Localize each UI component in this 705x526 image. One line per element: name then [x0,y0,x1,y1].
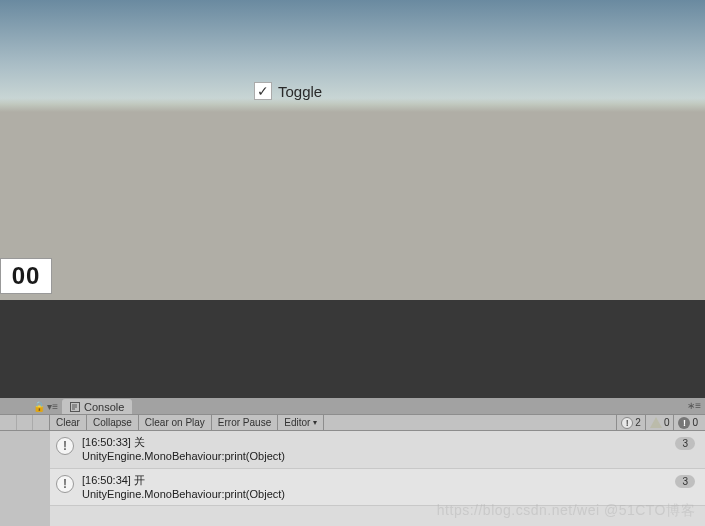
info-icon: ! [56,437,74,455]
tab-label: Console [84,401,124,413]
warning-icon [650,417,662,428]
mini-button-2[interactable] [17,415,34,430]
log-line-1: [16:50:33] 关 [82,435,285,449]
mini-button-1[interactable] [0,415,17,430]
clear-button[interactable]: Clear [50,415,87,430]
tab-console[interactable]: Console [62,399,132,414]
error-count[interactable]: ! 0 [673,415,702,430]
console-toolbar: Clear Collapse Clear on Play Error Pause… [0,414,705,431]
toolbar-counts: ! 2 0 ! 0 [616,415,702,430]
panel-menu-icon[interactable]: ∗≡ [687,400,701,411]
toggle-checkbox[interactable]: ✓ [254,82,272,100]
warn-count-value: 0 [664,417,670,428]
log-entry[interactable]: ! [16:50:34] 开 UnityEngine.MonoBehaviour… [50,469,705,507]
log-entry[interactable]: ! [16:50:33] 关 UnityEngine.MonoBehaviour… [50,431,705,469]
game-view: ✓ Toggle 00 [0,0,705,300]
log-text: [16:50:33] 关 UnityEngine.MonoBehaviour:p… [82,435,285,464]
menu-icon[interactable]: ▾≡ [47,401,58,412]
editor-dropdown[interactable]: Editor [278,415,324,430]
error-count-value: 0 [692,417,698,428]
log-line-2: UnityEngine.MonoBehaviour:print(Object) [82,449,285,463]
left-gutter [0,431,50,526]
log-line-2: UnityEngine.MonoBehaviour:print(Object) [82,487,285,501]
log-count-badge: 3 [675,437,695,450]
info-icon: ! [621,417,633,429]
error-icon: ! [678,417,690,429]
error-pause-button[interactable]: Error Pause [212,415,278,430]
ground [0,105,705,300]
log-count-badge: 3 [675,475,695,488]
check-icon: ✓ [257,84,269,98]
clear-on-play-button[interactable]: Clear on Play [139,415,212,430]
console-icon [70,402,80,412]
info-count-value: 2 [635,417,641,428]
number-value: 00 [12,262,41,290]
info-icon: ! [56,475,74,493]
number-display: 00 [0,258,52,294]
lock-icon[interactable]: 🔒 [33,401,45,412]
empty-panel [0,300,705,400]
console-panel: 🔒 ▾≡ Console ∗≡ Clear Collapse Clear on … [0,398,705,526]
log-line-1: [16:50:34] 开 [82,473,285,487]
tab-options[interactable]: 🔒 ▾≡ [0,398,62,414]
info-count[interactable]: ! 2 [616,415,645,430]
toggle-control[interactable]: ✓ Toggle [254,82,322,100]
log-text: [16:50:34] 开 UnityEngine.MonoBehaviour:p… [82,473,285,502]
toggle-label: Toggle [278,83,322,100]
horizon [0,98,705,112]
toolbar-leftpad [0,415,50,430]
tab-bar: 🔒 ▾≡ Console ∗≡ [0,398,705,414]
collapse-button[interactable]: Collapse [87,415,139,430]
log-list[interactable]: ! [16:50:33] 关 UnityEngine.MonoBehaviour… [50,431,705,526]
sky [0,0,705,105]
warn-count[interactable]: 0 [645,415,674,430]
mini-button-3[interactable] [33,415,49,430]
